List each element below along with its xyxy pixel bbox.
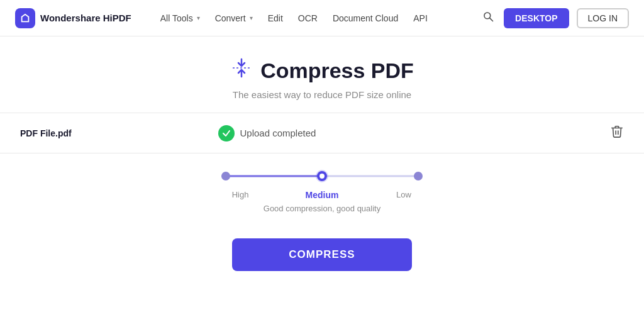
main-nav: All Tools ▾ Convert ▾ Edit OCR Document … <box>154 9 462 27</box>
nav-api[interactable]: API <box>407 9 434 27</box>
hero-title-row: Compress PDF <box>0 57 644 84</box>
login-button[interactable]: LOG IN <box>577 8 629 28</box>
label-low[interactable]: Low <box>385 190 423 200</box>
high-option-dot[interactable] <box>221 172 230 180</box>
search-icon[interactable] <box>480 8 496 28</box>
compress-icon <box>230 57 253 84</box>
check-circle-icon <box>218 125 235 142</box>
svg-line-1 <box>490 18 493 21</box>
nav-ocr[interactable]: OCR <box>292 9 324 27</box>
hero-subtitle: The easiest way to reduce PDF size onlin… <box>0 89 644 100</box>
header-actions: DESKTOP LOG IN <box>480 8 629 28</box>
compress-btn-row: COMPRESS <box>0 226 644 271</box>
page-title: Compress PDF <box>260 58 414 83</box>
file-row: PDF File.pdf Upload completed <box>0 113 644 153</box>
chevron-down-icon: ▾ <box>197 14 200 21</box>
slider-row <box>221 171 423 181</box>
header: Wondershare HiPDF All Tools ▾ Convert ▾ … <box>0 0 644 36</box>
nav-convert[interactable]: Convert ▾ <box>209 9 259 27</box>
nav-edit[interactable]: Edit <box>262 9 289 27</box>
logo[interactable]: Wondershare HiPDF <box>15 8 131 28</box>
low-option-dot[interactable] <box>414 172 423 180</box>
label-medium[interactable]: Medium <box>303 190 341 200</box>
upload-status-text: Upload completed <box>240 128 316 138</box>
chevron-down-icon: ▾ <box>250 14 253 21</box>
upload-status: Upload completed <box>218 125 316 142</box>
compression-labels: High Medium Low <box>221 190 423 200</box>
nav-document-cloud[interactable]: Document Cloud <box>326 9 404 27</box>
hero-section: Compress PDF The easiest way to reduce P… <box>0 36 644 113</box>
compression-controls: High Medium Low Good compression, good q… <box>0 153 644 226</box>
file-name: PDF File.pdf <box>20 128 72 138</box>
label-high[interactable]: High <box>221 190 259 200</box>
slider-dots <box>221 171 423 181</box>
compression-description: Good compression, good quality <box>264 204 380 213</box>
logo-icon <box>15 8 35 28</box>
compress-button[interactable]: COMPRESS <box>232 238 411 271</box>
nav-all-tools[interactable]: All Tools ▾ <box>154 9 206 27</box>
desktop-button[interactable]: DESKTOP <box>504 8 569 28</box>
medium-option-dot[interactable] <box>317 171 327 181</box>
logo-text: Wondershare HiPDF <box>40 13 131 23</box>
delete-file-button[interactable] <box>610 125 624 142</box>
